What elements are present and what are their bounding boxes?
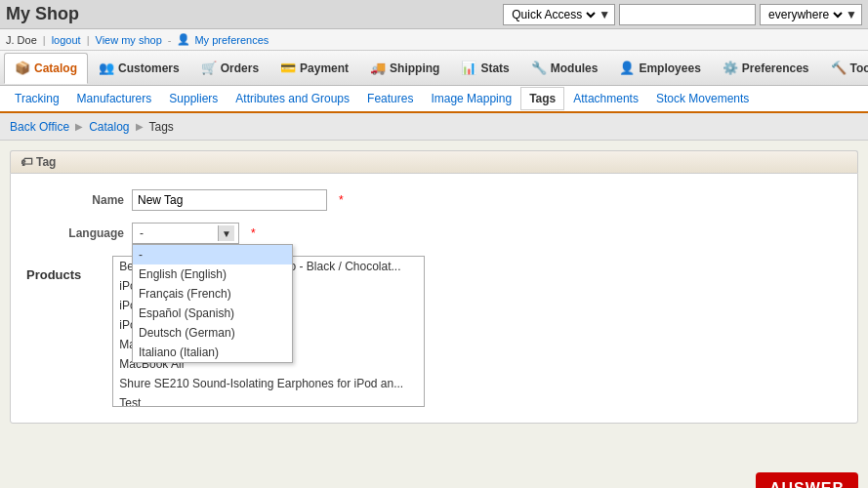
quick-access-select[interactable]: Quick Access (508, 7, 599, 22)
logout-link[interactable]: logout (52, 34, 81, 46)
nav-item-tools[interactable]: 🔨Tools (820, 53, 868, 84)
nav-icon-payment: 💳 (280, 61, 296, 76)
language-option-es[interactable]: Español (Spanish) (133, 304, 292, 323)
nav-icon-preferences: ⚙️ (723, 61, 738, 76)
subnav-item-stock-movements[interactable]: Stock Movements (647, 87, 758, 110)
everywhere-arrow-icon: ▼ (846, 8, 857, 21)
nav-label-modules: Modules (551, 61, 599, 75)
language-options-list[interactable]: - English (English) Français (French) Es… (132, 244, 293, 363)
subnav-item-tags[interactable]: Tags (520, 87, 564, 110)
language-dropdown-arrow[interactable]: ▼ (218, 225, 234, 241)
language-label: Language (26, 226, 124, 240)
everywhere-dropdown[interactable]: everywhere ▼ (760, 4, 862, 25)
nav-label-preferences: Preferences (742, 61, 809, 75)
nav-icon-customers: 👥 (99, 61, 114, 76)
subnav-item-image-mapping[interactable]: Image Mapping (422, 87, 520, 110)
nav-item-orders[interactable]: 🛒Orders (190, 53, 269, 84)
language-selected-value: - (137, 226, 218, 240)
language-option-de[interactable]: Deutsch (German) (133, 323, 292, 343)
main-nav: 📦Catalog👥Customers🛒Orders💳Payment🚚Shippi… (0, 51, 868, 86)
subnav-item-suppliers[interactable]: Suppliers (160, 87, 227, 110)
nav-item-stats[interactable]: 📊Stats (450, 53, 519, 84)
preferences-link[interactable]: My preferences (194, 34, 269, 46)
content-inner: 🏷 Tag Name * Language - ▼ (0, 141, 868, 488)
nav-label-stats: Stats (480, 61, 509, 75)
language-option-en[interactable]: English (English) (133, 264, 292, 284)
nav-item-catalog[interactable]: 📦Catalog (4, 53, 88, 84)
language-option-fr[interactable]: Français (French) (133, 284, 292, 304)
top-bar-left: My Shop (6, 4, 79, 24)
breadcrumb-arrow-1: ▶ (75, 121, 83, 132)
nav-item-modules[interactable]: 🔧Modules (520, 53, 609, 84)
nav-label-shipping: Shipping (390, 61, 439, 75)
nav-item-payment[interactable]: 💳Payment (269, 53, 359, 84)
language-option-dash[interactable]: - (133, 245, 292, 264)
top-bar-center: Quick Access ▼ everywhere ▼ (503, 4, 862, 25)
product-item-6[interactable]: Shure SE210 Sound-Isolating Earphones fo… (113, 374, 424, 393)
username: J. Doe (6, 34, 37, 46)
nav-icon-employees: 👤 (619, 61, 635, 76)
name-input[interactable] (132, 189, 327, 211)
nav-item-customers[interactable]: 👥Customers (88, 53, 190, 84)
subnav-item-attributes-groups[interactable]: Attributes and Groups (227, 87, 358, 110)
nav-icon-stats: 📊 (461, 61, 476, 76)
name-label: Name (26, 193, 124, 207)
nav-label-catalog: Catalog (34, 61, 77, 75)
products-label: Products (26, 267, 81, 282)
quick-access-arrow-icon: ▼ (599, 8, 610, 21)
name-row: Name * (26, 189, 842, 211)
nav-label-payment: Payment (300, 61, 349, 75)
nav-icon-tools: 🔨 (831, 61, 847, 76)
breadcrumb-backoffice[interactable]: Back Office (10, 120, 69, 134)
user-bar: J. Doe | logout | View my shop - 👤 My pr… (0, 29, 868, 51)
name-required: * (339, 193, 344, 207)
subnav-item-tracking[interactable]: Tracking (6, 87, 68, 110)
language-dropdown-wrapper[interactable]: - ▼ - English (English) Français (French… (132, 223, 239, 244)
person-icon: 👤 (177, 33, 190, 46)
subnav-item-features[interactable]: Features (358, 87, 422, 110)
section-title: Tag (36, 155, 56, 169)
search-input[interactable] (619, 4, 756, 25)
logo-badge: AUSWEB (756, 472, 858, 488)
subnav-item-manufacturers[interactable]: Manufacturers (68, 87, 161, 110)
tag-icon: 🏷 (21, 155, 32, 169)
breadcrumb-bar: Back Office ▶ Catalog ▶ Tags (0, 113, 868, 141)
language-row: Language - ▼ - English (English) Françai… (26, 223, 842, 244)
breadcrumb-catalog[interactable]: Catalog (89, 120, 129, 134)
shop-title: My Shop (6, 4, 79, 24)
products-label-wrapper: Products (26, 256, 81, 407)
nav-label-tools: Tools (850, 61, 868, 75)
nav-icon-orders: 🛒 (201, 61, 217, 76)
language-required: * (251, 226, 256, 240)
everywhere-select[interactable]: everywhere (765, 7, 846, 22)
section-body: Name * Language - ▼ - (10, 173, 858, 424)
breadcrumb-current: Tags (149, 120, 174, 134)
nav-item-employees[interactable]: 👤Employees (608, 53, 711, 84)
nav-icon-shipping: 🚚 (370, 61, 386, 76)
quick-access-dropdown[interactable]: Quick Access ▼ (503, 4, 615, 25)
nav-label-orders: Orders (221, 61, 259, 75)
section-header: 🏷 Tag (10, 150, 858, 173)
tag-section: 🏷 Tag Name * Language - ▼ (10, 150, 858, 424)
product-item-7[interactable]: Test (113, 393, 424, 407)
top-bar: My Shop Quick Access ▼ everywhere ▼ (0, 0, 868, 29)
nav-label-employees: Employees (639, 61, 700, 75)
language-option-it[interactable]: Italiano (Italian) (133, 343, 292, 362)
nav-item-shipping[interactable]: 🚚Shipping (359, 53, 450, 84)
nav-icon-modules: 🔧 (531, 61, 547, 76)
nav-icon-catalog: 📦 (15, 61, 30, 76)
sub-nav: TrackingManufacturersSuppliersAttributes… (0, 86, 868, 113)
main-content-wrapper: 🏷 Tag Name * Language - ▼ (0, 141, 868, 488)
nav-label-customers: Customers (118, 61, 180, 75)
nav-item-preferences[interactable]: ⚙️Preferences (712, 53, 820, 84)
language-select-display[interactable]: - ▼ (132, 223, 239, 244)
breadcrumb-arrow-2: ▶ (136, 121, 144, 132)
subnav-item-attachments[interactable]: Attachments (564, 87, 647, 110)
view-shop-link[interactable]: View my shop (96, 34, 162, 46)
